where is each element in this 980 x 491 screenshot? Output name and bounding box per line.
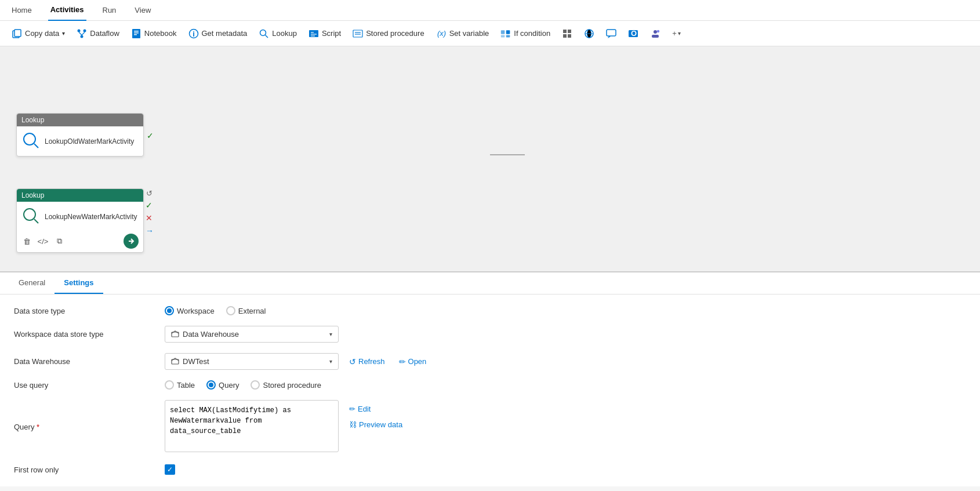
edit-label: Edit — [358, 405, 371, 413]
nav-activities[interactable]: Activities — [48, 0, 86, 21]
workspace-data-store-type-dropdown[interactable]: Data Warehouse ▾ — [165, 326, 339, 343]
copy-data-arrow: ▾ — [62, 30, 65, 37]
use-query-radio-group: Table Query Stored procedure — [165, 380, 321, 390]
dataflow-label: Dataflow — [90, 29, 119, 38]
use-query-value: Table Query Stored procedure — [165, 380, 966, 390]
dataflow-icon — [77, 28, 87, 39]
code-icon[interactable]: </> — [38, 236, 48, 246]
edit-btn[interactable]: ✏ Edit — [346, 402, 406, 416]
radio-workspace[interactable]: Workspace — [165, 306, 215, 315]
workspace-data-store-type-text: Data Warehouse — [183, 330, 326, 339]
svg-line-44 — [34, 219, 38, 223]
stored-procedure-label: Stored procedure — [366, 29, 424, 38]
toolbar-copy-data[interactable]: Copy data ▾ — [7, 26, 70, 41]
svg-point-2 — [78, 29, 81, 32]
toolbar-more-btn[interactable]: + ▾ — [667, 27, 685, 40]
toolbar-icon-teams[interactable] — [645, 26, 665, 41]
svg-point-4 — [81, 35, 84, 38]
refresh-label: Refresh — [358, 357, 385, 366]
toolbar-dataflow[interactable]: Dataflow — [72, 26, 124, 41]
stored-procedure-icon — [353, 28, 363, 39]
svg-rect-30 — [568, 34, 571, 38]
open-icon: ✏ — [399, 357, 406, 366]
script-icon — [308, 28, 319, 39]
svg-rect-29 — [563, 34, 567, 38]
query-required-star: * — [37, 423, 39, 431]
toolbar-set-variable[interactable]: (x) Set variable — [431, 26, 494, 41]
toolbar-if-condition[interactable]: If condition — [496, 26, 555, 41]
toolbar-get-metadata[interactable]: i Get metadata — [184, 26, 252, 41]
svg-rect-8 — [134, 31, 139, 32]
data-warehouse-text: DWTest — [183, 357, 326, 366]
node-lookup-new-header: Lookup — [17, 189, 143, 202]
radio-stored-procedure-label: Stored procedure — [263, 381, 321, 390]
use-query-label: Use query — [14, 381, 165, 390]
svg-point-3 — [84, 29, 86, 32]
lookup-label: Lookup — [272, 29, 297, 38]
toolbar-icon-outlook[interactable]: O — [623, 26, 643, 41]
node-lookup-new-footer: 🗑 </> ⧉ — [17, 231, 143, 252]
open-btn[interactable]: ✏ Open — [395, 355, 430, 369]
first-row-only-checkbox[interactable] — [165, 464, 175, 475]
radio-table-circle — [165, 380, 174, 390]
nav-view[interactable]: View — [132, 0, 153, 21]
tab-general[interactable]: General — [9, 272, 55, 294]
preview-data-btn[interactable]: ⛓ Preview data — [346, 418, 406, 431]
nav-run[interactable]: Run — [100, 0, 119, 21]
refresh-btn[interactable]: ↺ Refresh — [346, 355, 389, 369]
if-condition-label: If condition — [514, 29, 550, 38]
svg-rect-19 — [353, 30, 362, 37]
data-store-type-radio-group: Workspace External — [165, 306, 266, 315]
radio-table[interactable]: Table — [165, 380, 195, 390]
nav-home[interactable]: Home — [9, 0, 34, 21]
query-actions: ✏ Edit ⛓ Preview data — [346, 402, 406, 431]
data-warehouse-label: Data Warehouse — [14, 357, 165, 366]
activity-arrow-btn[interactable] — [124, 234, 139, 249]
lookup-old-icon — [21, 131, 40, 151]
toolbar-icon-square[interactable] — [557, 26, 577, 41]
radio-external[interactable]: External — [226, 306, 266, 315]
notebook-label: Notebook — [144, 29, 177, 38]
query-textarea[interactable]: select MAX(LastModifytime) as NewWaterma… — [165, 400, 339, 452]
radio-query-label: Query — [219, 381, 239, 390]
radio-stored-procedure[interactable]: Stored procedure — [251, 380, 321, 390]
radio-stored-procedure-circle — [251, 380, 260, 390]
first-row-only-value — [165, 464, 966, 475]
node-lookup-new[interactable]: Lookup LookupNewWaterMarkActivity 🗑 </> … — [16, 188, 144, 253]
svg-line-6 — [82, 32, 85, 35]
svg-rect-40 — [652, 35, 659, 38]
toolbar-icon-chat[interactable] — [601, 26, 621, 41]
toolbar-lookup[interactable]: Lookup — [254, 26, 302, 41]
toolbar-script[interactable]: Script — [304, 26, 346, 41]
toolbar-notebook[interactable]: Notebook — [126, 26, 182, 41]
first-row-only-label: First row only — [14, 465, 165, 474]
tab-settings[interactable]: Settings — [55, 272, 103, 294]
query-area-wrapper: select MAX(LastModifytime) as NewWaterma… — [165, 400, 406, 454]
toolbar-stored-procedure[interactable]: Stored procedure — [348, 26, 429, 41]
query-label: Query * — [14, 423, 165, 431]
copy-icon[interactable]: ⧉ — [54, 236, 64, 246]
set-variable-label: Set variable — [449, 29, 489, 38]
conn2-x: ✕ — [146, 213, 154, 223]
settings-panel: General Settings Data store type Workspa… — [0, 272, 980, 486]
conn-check: ✓ — [147, 131, 154, 140]
svg-text:O: O — [631, 29, 637, 38]
svg-rect-23 — [501, 30, 505, 34]
toolbar-icon-globe[interactable] — [579, 26, 599, 41]
node-lookup-old-header: Lookup — [17, 114, 143, 126]
node-lookup-old[interactable]: Lookup LookupOldWaterMarkActivity ✓ — [16, 113, 144, 157]
warehouse-dropdown-icon — [171, 329, 179, 339]
data-warehouse-dropdown-icon — [171, 357, 179, 366]
data-warehouse-arrow: ▾ — [329, 358, 332, 365]
svg-text:i: i — [193, 29, 195, 38]
get-metadata-icon: i — [188, 28, 199, 39]
svg-rect-26 — [506, 35, 510, 37]
settings-form: Data store type Workspace External Works… — [0, 294, 980, 486]
trash-icon[interactable]: 🗑 — [21, 236, 32, 246]
radio-query[interactable]: Query — [206, 380, 239, 390]
data-warehouse-dropdown[interactable]: DWTest ▾ — [165, 353, 339, 370]
svg-line-14 — [266, 35, 268, 38]
if-condition-icon — [500, 28, 511, 39]
toolbar: Copy data ▾ Dataflow Notebook — [0, 21, 980, 46]
edit-icon: ✏ — [349, 405, 355, 413]
